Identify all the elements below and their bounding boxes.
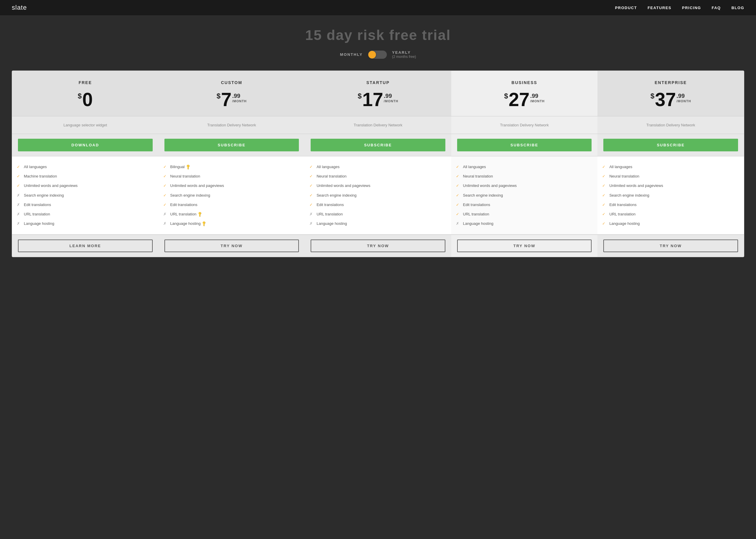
footer-button-custom[interactable]: TRY NOW [164,240,299,252]
feature-text-enterprise-4: Edit translations [609,202,636,207]
key-icon: 🔑 [201,220,207,227]
cta-button-business[interactable]: SUBSCRIBE [457,139,592,151]
logo: slate [12,4,27,12]
feature-text-startup-4: Edit translations [317,202,344,207]
feature-item-free-0: ✓All languages [17,162,154,172]
key-icon: 🔑 [185,164,191,170]
plan-col-enterprise: ENTERPRISE$37.99/MONTHTranslation Delive… [598,71,744,257]
cta-button-enterprise[interactable]: SUBSCRIBE [603,139,738,151]
cross-icon: ✗ [456,221,461,226]
nav-pricing[interactable]: PRICING [682,6,701,10]
checkmark-icon: ✓ [602,212,607,216]
price-cents-block-startup: .99/MONTH [384,93,398,103]
checkmark-icon: ✓ [17,184,22,188]
feature-item-business-6: ✗Language hosting [456,219,593,228]
cta-button-startup[interactable]: SUBSCRIBE [311,139,445,151]
billing-toggle-switch[interactable] [368,50,387,59]
checkmark-icon: ✓ [602,221,607,226]
nav-product[interactable]: PRODUCT [615,6,637,10]
checkmark-icon: ✓ [456,184,461,188]
feature-item-free-1: ✓Machine translation [17,172,154,181]
features-list-startup: ✓All languages✓Neural translation✓Unlimi… [305,156,451,235]
checkmark-icon: ✓ [456,202,461,207]
checkmark-icon: ✓ [602,193,607,197]
checkmark-icon: ✓ [17,174,22,178]
yearly-label-group: YEARLY (2 months free) [392,50,416,59]
footer-button-free[interactable]: LEARN MORE [18,240,153,252]
features-list-custom: ✓Bilingual🔑✓Neural translation✓Unlimited… [158,156,305,235]
price-main-enterprise: 37 [655,90,676,109]
cross-icon: ✗ [17,212,22,216]
feature-text-startup-1: Neural translation [317,174,346,179]
plan-col-startup: STARTUP$17.99/MONTHTranslation Delivery … [305,71,451,257]
cta-row-startup: SUBSCRIBE [305,134,451,156]
footer-row-startup: TRY NOW [305,235,451,257]
cross-icon: ✗ [17,202,22,207]
feature-text-free-4: Edit translations [24,202,51,207]
cta-button-custom[interactable]: SUBSCRIBE [164,139,299,151]
checkmark-icon: ✓ [602,184,607,188]
monthly-label: MONTHLY [340,52,363,57]
plan-price-free: $0 [17,90,154,109]
feature-item-enterprise-5: ✓URL translation [602,209,739,219]
yearly-label: YEARLY [392,50,411,55]
feature-item-startup-3: ✓Search engine indexing [310,191,446,200]
price-dollar-business: $ [504,92,508,100]
checkmark-icon: ✓ [163,193,168,197]
cta-row-enterprise: SUBSCRIBE [598,134,744,156]
cross-icon: ✗ [310,212,314,216]
feature-text-startup-3: Search engine indexing [317,193,356,198]
pricing-wrapper: FREE$0Language selector widgetDOWNLOAD✓A… [0,71,756,275]
footer-button-business[interactable]: TRY NOW [457,240,592,252]
plan-price-custom: $7.99/MONTH [163,90,300,109]
cross-icon: ✗ [163,212,168,216]
cross-icon: ✗ [310,221,314,226]
checkmark-icon: ✓ [163,174,168,178]
feature-text-business-2: Unlimited words and pageviews [463,183,517,189]
nav-features[interactable]: FEATURES [647,6,671,10]
badge-row-free: Language selector widget [12,116,158,134]
footer-button-startup[interactable]: TRY NOW [311,240,445,252]
nav-blog[interactable]: BLOG [731,6,744,10]
plan-col-custom: CUSTOM$7.99/MONTHTranslation Delivery Ne… [158,71,305,257]
feature-item-startup-4: ✓Edit translations [310,200,446,209]
checkmark-icon: ✓ [310,184,314,188]
hero-title: 15 day risk free trial [6,27,750,43]
feature-text-enterprise-2: Unlimited words and pageviews [609,183,663,189]
feature-item-custom-1: ✓Neural translation [163,172,300,181]
feature-item-free-4: ✗Edit translations [17,200,154,209]
price-cents-startup: .99 [384,93,392,99]
feature-item-custom-5: ✗URL translation🔑 [163,209,300,219]
billing-toggle: MONTHLY YEARLY (2 months free) [6,50,750,59]
feature-item-business-1: ✓Neural translation [456,172,593,181]
feature-item-free-6: ✗Language hosting [17,219,154,228]
checkmark-icon: ✓ [602,174,607,178]
feature-item-business-4: ✓Edit translations [456,200,593,209]
feature-text-enterprise-0: All languages [609,164,632,170]
feature-text-custom-5: URL translation🔑 [170,212,202,217]
footer-button-enterprise[interactable]: TRY NOW [603,240,738,252]
navbar: slate PRODUCT FEATURES PRICING FAQ BLOG [0,0,756,15]
cta-button-free[interactable]: DOWNLOAD [18,139,153,151]
feature-item-startup-1: ✓Neural translation [310,172,446,181]
checkmark-icon: ✓ [310,202,314,207]
badge-row-enterprise: Translation Delivery Network [598,116,744,134]
key-icon: 🔑 [197,211,203,217]
feature-text-custom-0: Bilingual🔑 [170,164,190,170]
feature-text-enterprise-3: Search engine indexing [609,193,649,198]
feature-item-custom-3: ✓Search engine indexing [163,191,300,200]
feature-text-custom-3: Search engine indexing [170,193,210,198]
nav-faq[interactable]: FAQ [711,6,721,10]
features-list-free: ✓All languages✓Machine translation✓Unlim… [12,156,158,235]
price-main-startup: 17 [362,90,383,109]
feature-item-startup-5: ✗URL translation [310,209,446,219]
feature-item-startup-0: ✓All languages [310,162,446,172]
price-dollar-custom: $ [217,92,220,100]
feature-text-free-3: Search engine indexing [24,193,64,198]
cross-icon: ✗ [163,221,168,226]
checkmark-icon: ✓ [310,193,314,197]
badge-row-business: Translation Delivery Network [451,116,598,134]
feature-text-free-0: All languages [24,164,47,170]
feature-text-business-3: Search engine indexing [463,193,503,198]
checkmark-icon: ✓ [310,165,314,169]
